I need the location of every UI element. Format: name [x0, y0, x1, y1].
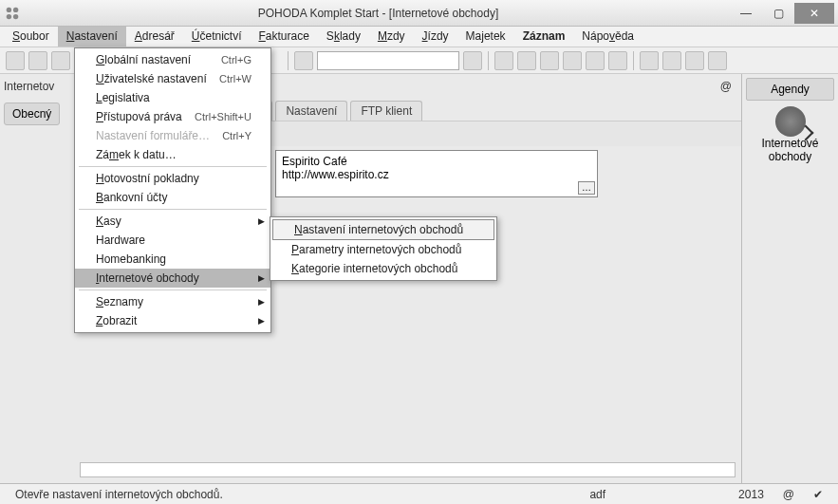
menu-napoveda[interactable]: Nápověda	[573, 27, 642, 47]
minimize-button[interactable]: —	[730, 3, 762, 24]
status-bar: Otevře nastavení internetových obchodů. …	[0, 483, 838, 504]
menu-item-zamek-k-datu[interactable]: Zámek k datu…	[75, 145, 270, 164]
window-title: POHODA Komplet Start - [Internetové obch…	[27, 7, 730, 20]
status-year: 2013	[729, 488, 773, 501]
status-at: @	[773, 488, 804, 501]
tab-nastaveni[interactable]: Nastavení	[275, 101, 347, 121]
lower-grid[interactable]	[80, 462, 736, 477]
menu-item-globalni-nastaveni[interactable]: Globální nastaveníCtrl+G	[75, 50, 270, 69]
svg-point-3	[13, 13, 18, 18]
menu-ucetnictvi[interactable]: Účetnictví	[183, 27, 251, 47]
left-sidebar: Internetov Obecný	[0, 74, 74, 483]
ellipsis-button[interactable]: …	[578, 181, 595, 195]
menu-item-homebanking[interactable]: Homebanking	[75, 250, 270, 269]
value-line2: http://www.espirito.cz	[282, 168, 591, 181]
svg-point-0	[7, 7, 11, 11]
agenda-label-2: obchody	[742, 150, 838, 163]
toolbar-button[interactable]	[640, 51, 659, 70]
menu-item-internetove-obchody[interactable]: Internetové obchody▶	[75, 269, 270, 288]
menu-sklady[interactable]: Sklady	[318, 27, 369, 47]
menu-zaznam[interactable]: Záznam	[514, 27, 574, 47]
right-panel: Agendy Internetové obchody	[741, 74, 838, 483]
menu-nastaveni[interactable]: Nastavení	[58, 27, 126, 47]
toolbar-button[interactable]	[294, 51, 313, 70]
menu-separator	[79, 209, 267, 210]
svg-point-2	[7, 13, 11, 18]
submenu-internetove-obchody: Nastavení internetových obchodů Parametr…	[270, 216, 497, 281]
toolbar-button[interactable]	[563, 51, 582, 70]
menu-item-legislativa[interactable]: Legislativa	[75, 88, 270, 107]
title-bar: POHODA Komplet Start - [Internetové obch…	[0, 0, 838, 27]
toolbar-separator	[633, 51, 634, 70]
toolbar-button[interactable]	[708, 51, 727, 70]
field-value-obchodu[interactable]: Espirito Café http://www.espirito.cz …	[275, 150, 598, 197]
left-label: Internetov	[0, 74, 74, 99]
agenda-label-1: Internetové	[742, 137, 838, 150]
filter-icon[interactable]	[463, 51, 482, 70]
submenu-item-kategorie[interactable]: Kategorie internetových obchodů	[270, 259, 496, 278]
menu-bar: Soubor Nastavení Adresář Účetnictví Fakt…	[0, 27, 838, 47]
toolbar-button[interactable]	[51, 51, 70, 70]
menu-item-zobrazit[interactable]: Zobrazit▶	[75, 311, 270, 330]
status-user: adf	[580, 488, 615, 501]
toolbar-combo[interactable]	[317, 51, 459, 70]
menu-item-kasy[interactable]: Kasy▶	[75, 212, 270, 231]
app-icon	[4, 5, 21, 22]
menu-majetek[interactable]: Majetek	[457, 27, 514, 47]
tab-ftp-klient[interactable]: FTP klient	[350, 101, 422, 121]
menu-item-nastaveni-formulare: Nastavení formuláře…Ctrl+Y	[75, 126, 270, 145]
chevron-right-icon: ▶	[258, 316, 265, 326]
toolbar-button[interactable]	[517, 51, 536, 70]
toolbar-button[interactable]	[662, 51, 681, 70]
folder-icon[interactable]	[494, 51, 513, 70]
dropdown-nastaveni: Globální nastaveníCtrl+G Uživatelské nas…	[74, 47, 271, 333]
maximize-button[interactable]: ▢	[762, 3, 794, 24]
toolbar-button[interactable]	[586, 51, 605, 70]
menu-item-uzivatelske-nastaveni[interactable]: Uživatelské nastaveníCtrl+W	[75, 69, 270, 88]
toolbar-button[interactable]	[685, 51, 704, 70]
toolbar-button[interactable]	[608, 51, 627, 70]
menu-item-seznamy[interactable]: Seznamy▶	[75, 292, 270, 311]
at-symbol: @	[720, 80, 732, 93]
globe-icon	[775, 106, 806, 137]
menu-adresar[interactable]: Adresář	[126, 27, 183, 47]
status-text: Otevře nastavení internetových obchodů.	[6, 488, 233, 501]
menu-soubor[interactable]: Soubor	[4, 27, 58, 47]
toolbar-button[interactable]	[6, 51, 25, 70]
chevron-right-icon: ▶	[258, 216, 265, 226]
chevron-right-icon: ▶	[258, 273, 265, 283]
svg-point-1	[13, 7, 18, 11]
close-button[interactable]: ✕	[794, 3, 834, 24]
toolbar-button[interactable]	[540, 51, 559, 70]
menu-separator	[79, 166, 267, 167]
submenu-item-nastaveni[interactable]: Nastavení internetových obchodů	[272, 219, 494, 240]
value-line1: Espirito Café	[282, 155, 591, 168]
status-check-icon: ✔	[804, 488, 832, 501]
menu-fakturace[interactable]: Fakturace	[250, 27, 317, 47]
toolbar-separator	[488, 51, 489, 70]
toolbar-button[interactable]	[28, 51, 47, 70]
submenu-item-parametry[interactable]: Parametry internetových obchodů	[270, 240, 496, 259]
menu-mzdy[interactable]: Mzdy	[369, 27, 414, 47]
chevron-right-icon: ▶	[258, 297, 265, 307]
agenda-item-internetove-obchody[interactable]: Internetové obchody	[742, 106, 838, 163]
menu-item-bankovni-ucty[interactable]: Bankovní účty	[75, 188, 270, 207]
menu-item-hardware[interactable]: Hardware	[75, 231, 270, 250]
toolbar-separator	[288, 51, 289, 70]
menu-jizdy[interactable]: Jízdy	[414, 27, 457, 47]
agendy-header: Agendy	[746, 78, 834, 101]
menu-separator	[79, 289, 267, 290]
left-chip-obecny[interactable]: Obecný	[4, 103, 60, 125]
menu-item-hotovostni-pokladny[interactable]: Hotovostní pokladny	[75, 169, 270, 188]
menu-item-pristupova-prava[interactable]: Přístupová právaCtrl+Shift+U	[75, 107, 270, 126]
